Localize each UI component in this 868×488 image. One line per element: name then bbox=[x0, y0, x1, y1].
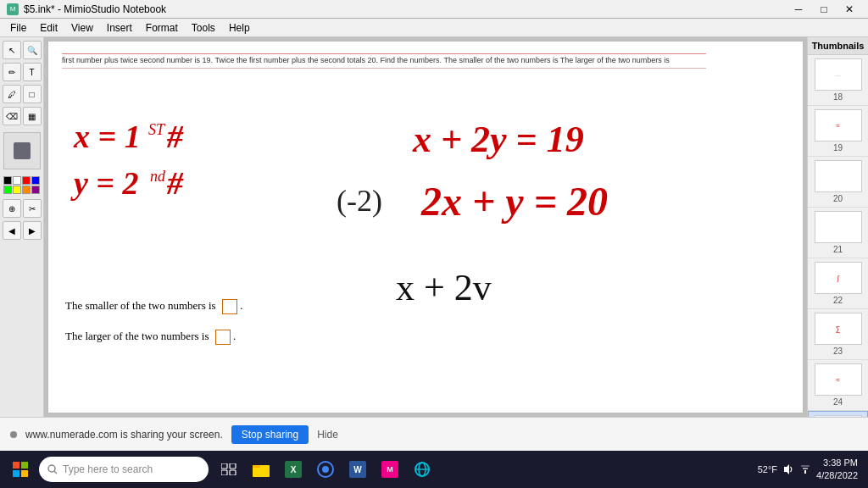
select-tool[interactable]: ↖ bbox=[3, 41, 21, 59]
answer-section: The smaller of the two numbers is . The … bbox=[65, 299, 242, 345]
taskbar-right: 52°F 3:38 PM 4/28/2022 bbox=[758, 457, 865, 483]
menu-file[interactable]: File bbox=[3, 20, 33, 36]
next-page-tool[interactable]: ▶ bbox=[23, 221, 42, 240]
volume-icon bbox=[782, 463, 794, 475]
thumbnail-23[interactable]: ∑ 23 bbox=[808, 309, 868, 360]
network-icon bbox=[799, 463, 811, 475]
svg-rect-11 bbox=[21, 462, 28, 469]
color-orange[interactable] bbox=[22, 186, 31, 194]
taskbar-icon-chrome[interactable] bbox=[310, 452, 341, 486]
svg-text:x + 2y = 19: x + 2y = 19 bbox=[412, 119, 584, 160]
menu-bar: File Edit View Insert Format Tools Help bbox=[0, 19, 868, 37]
window-title: $5.ink* - MimioStudio Notebook bbox=[24, 3, 166, 15]
app-icon: M bbox=[7, 3, 19, 15]
eraser-tool[interactable]: ⌫ bbox=[3, 107, 21, 125]
prev-page-tool[interactable]: ◀ bbox=[3, 221, 21, 240]
hide-button[interactable]: Hide bbox=[317, 429, 338, 441]
taskbar-icon-excel[interactable]: X bbox=[278, 452, 309, 486]
answer-larger-box[interactable] bbox=[215, 330, 231, 345]
scissors-tool[interactable]: ✂ bbox=[23, 199, 42, 218]
color-red[interactable] bbox=[22, 176, 31, 185]
taskbar-clock[interactable]: 3:38 PM 4/28/2022 bbox=[816, 457, 858, 483]
tool-group-select: ↖ 🔍 bbox=[3, 41, 42, 59]
title-bar: M $5.ink* - MimioStudio Notebook ─ □ ✕ bbox=[0, 0, 868, 19]
svg-text:(-2): (-2) bbox=[337, 184, 382, 218]
main-layout: ↖ 🔍 ✏ T 🖊 □ ⌫ ▦ bbox=[0, 37, 868, 417]
thumb-number-21: 21 bbox=[833, 245, 843, 254]
thumbnail-22[interactable]: ∫ 22 bbox=[808, 258, 868, 309]
taskbar-icon-taskview[interactable] bbox=[214, 452, 244, 486]
window-controls: ─ □ ✕ bbox=[787, 0, 861, 19]
answer-larger-row: The larger of the two numbers is . bbox=[65, 330, 242, 345]
notification-bar: www.numerade.com is sharing your screen.… bbox=[0, 417, 868, 451]
thumbnail-18[interactable]: — 18 bbox=[808, 55, 868, 106]
svg-rect-17 bbox=[230, 463, 236, 469]
svg-rect-18 bbox=[221, 470, 227, 475]
zoom-tool[interactable]: 🔍 bbox=[23, 41, 42, 59]
color-palette bbox=[3, 176, 41, 194]
svg-rect-16 bbox=[221, 463, 227, 469]
thumbnails-panel: Thumbnails — 18 ≈ 19 20 21 ∫ bbox=[807, 37, 868, 417]
menu-tools[interactable]: Tools bbox=[185, 20, 222, 36]
color-black[interactable] bbox=[3, 176, 12, 185]
taskbar-icon-file-explorer[interactable] bbox=[246, 452, 276, 486]
minimize-button[interactable]: ─ bbox=[787, 0, 810, 19]
left-toolbar: ↖ 🔍 ✏ T 🖊 □ ⌫ ▦ bbox=[0, 37, 44, 417]
color-blue[interactable] bbox=[31, 176, 40, 185]
clock-date: 4/28/2022 bbox=[816, 469, 858, 482]
thumb-preview-21 bbox=[815, 211, 862, 243]
taskbar: Type here to search X bbox=[0, 451, 868, 488]
pen-tool[interactable]: ✏ bbox=[3, 63, 21, 81]
menu-help[interactable]: Help bbox=[222, 20, 257, 36]
highlight-tool[interactable]: 🖊 bbox=[3, 85, 21, 103]
search-bar[interactable]: Type here to search bbox=[39, 457, 209, 482]
svg-text:y = 2: y = 2 bbox=[70, 165, 139, 201]
shape-tool[interactable]: □ bbox=[23, 85, 42, 103]
thumbnail-25[interactable]: xy 25 bbox=[808, 411, 868, 417]
browser-icon bbox=[414, 461, 431, 478]
thumbnail-21[interactable]: 21 bbox=[808, 208, 868, 258]
menu-insert[interactable]: Insert bbox=[100, 20, 139, 36]
maximize-button[interactable]: □ bbox=[812, 0, 836, 19]
insert-tool[interactable]: ⊕ bbox=[3, 199, 21, 218]
thumb-preview-18: — bbox=[815, 58, 862, 91]
search-placeholder: Type here to search bbox=[63, 463, 153, 475]
thumb-preview-24: ≈ bbox=[815, 363, 862, 396]
text-tool[interactable]: T bbox=[23, 63, 42, 81]
taskbar-icon-browser2[interactable] bbox=[407, 452, 437, 486]
excel-icon: X bbox=[285, 461, 302, 478]
svg-rect-21 bbox=[253, 465, 260, 468]
chrome-icon bbox=[317, 461, 334, 478]
thumbnail-20[interactable]: 20 bbox=[808, 157, 868, 208]
svg-rect-13 bbox=[21, 470, 28, 477]
svg-text:#: # bbox=[166, 165, 184, 201]
thumb-preview-19: ≈ bbox=[815, 109, 862, 141]
menu-edit[interactable]: Edit bbox=[33, 20, 64, 36]
windows-logo-icon bbox=[13, 462, 28, 477]
svg-rect-19 bbox=[230, 470, 236, 475]
color-green[interactable] bbox=[3, 186, 12, 194]
color-yellow[interactable] bbox=[13, 186, 21, 194]
menu-view[interactable]: View bbox=[64, 20, 100, 36]
svg-rect-29 bbox=[803, 468, 808, 469]
taskbar-icon-word[interactable]: W bbox=[342, 452, 373, 486]
svg-text:x + 2v: x + 2v bbox=[396, 267, 492, 308]
menu-format[interactable]: Format bbox=[139, 20, 185, 36]
taskbar-icon-mimio[interactable]: M bbox=[375, 452, 405, 486]
stop-sharing-button[interactable]: Stop sharing bbox=[231, 425, 309, 444]
thumbnail-19[interactable]: ≈ 19 bbox=[808, 106, 868, 157]
media-tool[interactable]: ▦ bbox=[23, 107, 42, 125]
close-button[interactable]: ✕ bbox=[837, 0, 861, 19]
svg-rect-28 bbox=[804, 470, 806, 474]
thumbnail-24[interactable]: ≈ 24 bbox=[808, 360, 868, 411]
svg-text:ST: ST bbox=[148, 121, 166, 138]
color-white[interactable] bbox=[13, 176, 21, 185]
answer-smaller-box[interactable] bbox=[222, 299, 237, 314]
color-purple[interactable] bbox=[31, 186, 40, 194]
tool-group-draw: ✏ T bbox=[3, 63, 42, 81]
thumb-number-20: 20 bbox=[833, 194, 843, 203]
thumbnails-header: Thumbnails bbox=[808, 37, 868, 55]
word-icon: W bbox=[349, 461, 366, 478]
tool-group-extra: ⊕ ✂ bbox=[3, 199, 42, 218]
start-button[interactable] bbox=[3, 452, 37, 486]
